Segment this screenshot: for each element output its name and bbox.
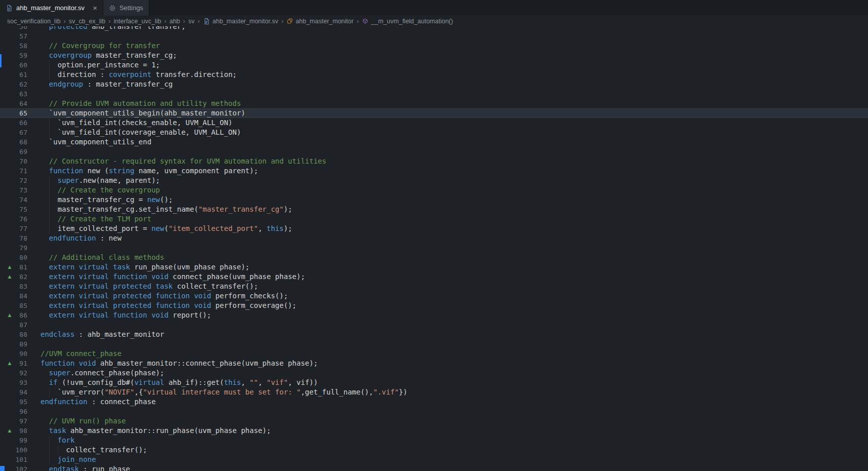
close-icon[interactable]: × — [93, 4, 97, 12]
breadcrumb-item[interactable]: soc_verification_lib — [7, 18, 61, 25]
code-line-86[interactable]: ▲86extern virtual function void report()… — [0, 310, 868, 320]
code-line-96[interactable]: 96 — [0, 407, 868, 416]
code-line-64[interactable]: 64// Provide UVM automation and utility … — [0, 99, 868, 108]
line-number: 100 — [14, 445, 27, 455]
extern-definition-marker-icon[interactable]: ▲ — [5, 272, 14, 282]
code-line-92[interactable]: 92super.connect_phase(phase); — [0, 368, 868, 378]
line-number: 80 — [14, 253, 27, 262]
line-number: 66 — [14, 118, 27, 128]
breadcrumb-label: ahb_master_monitor — [296, 18, 354, 25]
code-line-60[interactable]: 60option.per_instance = 1; — [0, 60, 868, 70]
code-text: item_collected_port = new("item_collecte… — [40, 224, 868, 233]
code-line-81[interactable]: ▲81extern virtual task run_phase(uvm_pha… — [0, 262, 868, 272]
code-line-72[interactable]: 72super.new(name, parent); — [0, 176, 868, 185]
code-text: // Provide UVM automation and utility me… — [40, 99, 868, 108]
code-line-85[interactable]: 85extern virtual protected function void… — [0, 301, 868, 310]
line-number: 68 — [14, 137, 27, 147]
code-line-90[interactable]: 90//UVM connect_phase — [0, 349, 868, 359]
line-number: 69 — [14, 147, 27, 156]
code-line-57[interactable]: 57 — [0, 31, 868, 41]
code-line-59[interactable]: 59covergroup master_transfer_cg; — [0, 51, 868, 60]
code-line-67[interactable]: 67`uvm_field_int(coverage_enable, UVM_AL… — [0, 128, 868, 137]
code-line-77[interactable]: 77item_collected_port = new("item_collec… — [0, 224, 868, 233]
breadcrumb-item[interactable]: sv — [188, 18, 195, 25]
code-line-56[interactable]: 56protected ahb_transfer transfer; — [0, 26, 868, 31]
line-number: 72 — [14, 176, 27, 185]
code-line-73[interactable]: 73// Create the covergroup — [0, 185, 868, 195]
code-line-84[interactable]: 84extern virtual protected function void… — [0, 291, 868, 301]
breadcrumb: soc_verification_lib›sv_cb_ex_lib›interf… — [0, 16, 868, 26]
indent-guide — [49, 445, 50, 455]
tab-file[interactable]: ahb_master_monitor.sv× — [0, 0, 103, 16]
code-line-79[interactable]: 79 — [0, 243, 868, 253]
gutter-spacer — [5, 224, 14, 233]
code-line-98[interactable]: ▲98task ahb_master_monitor::run_phase(uv… — [0, 426, 868, 436]
code-text: // UVM run() phase — [40, 416, 868, 426]
extern-definition-marker-icon[interactable]: ▲ — [5, 310, 14, 320]
breadcrumb-item[interactable]: ahb_master_monitor.sv — [203, 18, 278, 25]
code-line-76[interactable]: 76// Create the TLM port — [0, 214, 868, 224]
extern-definition-marker-icon[interactable]: ▲ — [5, 426, 14, 436]
code-editor[interactable]: 56protected ahb_transfer transfer;5758//… — [0, 26, 868, 471]
code-line-61[interactable]: 61direction : coverpoint transfer.direct… — [0, 70, 868, 80]
line-number: 83 — [14, 282, 27, 291]
code-text: // Create the covergroup — [40, 185, 868, 195]
code-text: task ahb_master_monitor::run_phase(uvm_p… — [40, 426, 868, 436]
code-line-88[interactable]: 88endclass : ahb_master_monitor — [0, 330, 868, 339]
tab-label: ahb_master_monitor.sv — [16, 4, 85, 12]
code-line-95[interactable]: 95endfunction : connect_phase — [0, 397, 868, 407]
code-line-58[interactable]: 58// Covergroup for transfer — [0, 41, 868, 51]
code-text: collect_transfer(); — [40, 445, 868, 455]
code-line-94[interactable]: 94`uvm_error("NOVIF",{"virtual interface… — [0, 387, 868, 397]
breadcrumb-item[interactable]: sv_cb_ex_lib — [69, 18, 105, 25]
code-line-75[interactable]: 75master_transfer_cg.set_inst_name("mast… — [0, 205, 868, 214]
breadcrumb-item[interactable]: ahb_master_monitor — [286, 18, 354, 25]
indent-guide — [49, 185, 50, 195]
code-line-91[interactable]: ▲91function void ahb_master_monitor::con… — [0, 359, 868, 368]
line-number: 102 — [14, 464, 27, 471]
code-text: extern virtual function void report(); — [40, 310, 868, 320]
code-line-100[interactable]: 100collect_transfer(); — [0, 445, 868, 455]
line-number: 99 — [14, 436, 27, 445]
code-text: `uvm_error("NOVIF",{"virtual interface m… — [40, 387, 868, 397]
line-number: 56 — [14, 26, 27, 31]
code-line-62[interactable]: 62endgroup : master_transfer_cg — [0, 80, 868, 89]
code-line-70[interactable]: 70// Constructor - required syntax for U… — [0, 156, 868, 166]
line-number: 90 — [14, 349, 27, 359]
gutter-spacer — [5, 301, 14, 310]
line-number: 59 — [14, 51, 27, 60]
gutter-spacer — [5, 320, 14, 330]
breadcrumb-label: interface_uvc_lib — [114, 18, 161, 25]
code-text: extern virtual protected task collect_tr… — [40, 282, 868, 291]
code-line-93[interactable]: 93if (!uvm_config_db#(virtual ahb_if)::g… — [0, 378, 868, 387]
line-number: 94 — [14, 387, 27, 397]
breadcrumb-item[interactable]: __m_uvm_field_automation() — [362, 18, 453, 25]
code-line-66[interactable]: 66`uvm_field_int(checks_enable, UVM_ALL_… — [0, 118, 868, 128]
code-line-82[interactable]: ▲82extern virtual function void connect_… — [0, 272, 868, 282]
breadcrumb-item[interactable]: interface_uvc_lib — [114, 18, 161, 25]
code-line-71[interactable]: 71function new (string name, uvm_compone… — [0, 166, 868, 176]
tab-settings[interactable]: Settings — [103, 0, 149, 16]
code-text: join_none — [40, 455, 868, 464]
code-line-97[interactable]: 97// UVM run() phase — [0, 416, 868, 426]
code-line-65[interactable]: 65`uvm_component_utils_begin(ahb_master_… — [0, 108, 868, 118]
code-text: extern virtual function void connect_pha… — [40, 272, 868, 282]
code-line-89[interactable]: 89 — [0, 339, 868, 349]
code-line-63[interactable]: 63 — [0, 89, 868, 99]
code-line-87[interactable]: 87 — [0, 320, 868, 330]
code-line-74[interactable]: 74master_transfer_cg = new(); — [0, 195, 868, 205]
gutter-spacer — [5, 416, 14, 426]
code-line-101[interactable]: 101join_none — [0, 455, 868, 464]
code-line-102[interactable]: 102endtask : run_phase — [0, 464, 868, 471]
breadcrumb-item[interactable]: ahb — [170, 18, 180, 25]
code-line-99[interactable]: 99fork — [0, 436, 868, 445]
code-line-80[interactable]: 80// Additional class methods — [0, 253, 868, 262]
extern-definition-marker-icon[interactable]: ▲ — [5, 359, 14, 368]
code-line-69[interactable]: 69 — [0, 147, 868, 156]
code-text: protected ahb_transfer transfer; — [40, 26, 868, 31]
code-line-68[interactable]: 68`uvm_component_utils_end — [0, 137, 868, 147]
code-line-78[interactable]: 78endfunction : new — [0, 233, 868, 243]
code-line-83[interactable]: 83extern virtual protected task collect_… — [0, 282, 868, 291]
code-text — [40, 31, 868, 41]
extern-definition-marker-icon[interactable]: ▲ — [5, 262, 14, 272]
